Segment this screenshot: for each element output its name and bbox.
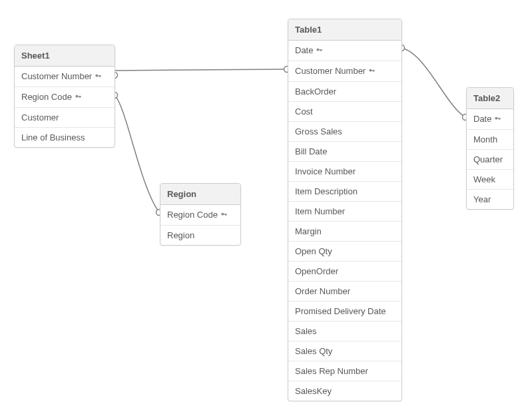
table-field[interactable]: BackOrder [288, 82, 401, 102]
table-field[interactable]: Sales Rep Number [288, 361, 401, 381]
field-label: Week [473, 174, 495, 184]
field-label: Date [295, 45, 313, 55]
table-field[interactable]: Sales Qty [288, 341, 401, 361]
field-label: Open Qty [295, 246, 332, 256]
field-label: Region Code [21, 92, 72, 102]
table-field[interactable]: Margin [288, 222, 401, 242]
field-label: Invoice Number [295, 166, 356, 176]
field-label: Item Description [295, 186, 358, 196]
key-icon [316, 46, 323, 56]
connection-line [401, 48, 465, 117]
table-field[interactable]: Sales [288, 321, 401, 341]
field-label: Line of Business [21, 132, 85, 142]
table-field[interactable]: Region [160, 226, 240, 245]
field-label: Cost [295, 106, 313, 116]
field-label: Promised Delivery Date [295, 306, 386, 316]
field-label: Region Code [167, 210, 218, 220]
table-field[interactable]: Customer Number [288, 61, 401, 82]
table-field[interactable]: Region Code [15, 87, 115, 108]
table-region[interactable]: RegionRegion CodeRegion [160, 183, 241, 246]
field-label: Customer [21, 112, 59, 122]
table-field[interactable]: Month [467, 130, 513, 150]
table-field[interactable]: Date [288, 41, 401, 61]
table-field[interactable]: Cost [288, 102, 401, 122]
table-header[interactable]: Table1 [288, 19, 401, 41]
table-field[interactable]: Customer Number [15, 67, 115, 87]
table-field[interactable]: Order Number [288, 282, 401, 302]
table-field[interactable]: SalesKey [288, 381, 401, 401]
connection-line [115, 95, 159, 212]
table-field[interactable]: Gross Sales [288, 122, 401, 142]
field-label: Order Number [295, 286, 350, 296]
table-field[interactable]: Promised Delivery Date [288, 302, 401, 321]
field-label: OpenOrder [295, 266, 338, 276]
table-header[interactable]: Sheet1 [15, 45, 115, 67]
table-field[interactable]: Line of Business [15, 128, 115, 147]
field-label: Region [167, 230, 194, 240]
table-header[interactable]: Region [160, 184, 240, 205]
table-field[interactable]: Customer [15, 108, 115, 128]
key-icon [368, 67, 376, 77]
table-field[interactable]: OpenOrder [288, 262, 401, 282]
table-field[interactable]: Open Qty [288, 242, 401, 262]
field-label: Gross Sales [295, 126, 342, 136]
key-icon [220, 210, 228, 220]
table-field[interactable]: Invoice Number [288, 162, 401, 182]
table-sheet1[interactable]: Sheet1Customer NumberRegion CodeCustomer… [14, 45, 115, 148]
table-field[interactable]: Bill Date [288, 142, 401, 162]
table-table2[interactable]: Table2DateMonthQuarterWeekYear [466, 87, 514, 210]
field-label: SalesKey [295, 386, 332, 396]
field-label: Sales [295, 326, 317, 336]
table-table1[interactable]: Table1DateCustomer NumberBackOrderCostGr… [288, 19, 402, 401]
table-field[interactable]: Region Code [160, 205, 240, 226]
field-label: Customer Number [295, 66, 366, 76]
field-label: Customer Number [21, 71, 92, 81]
field-label: Year [473, 194, 491, 204]
table-field[interactable]: Item Description [288, 182, 401, 202]
table-field[interactable]: Item Number [288, 202, 401, 222]
table-header[interactable]: Table2 [467, 88, 513, 109]
table-field[interactable]: Year [467, 190, 513, 209]
field-label: Sales Qty [295, 346, 332, 356]
key-icon [75, 93, 82, 103]
field-label: Sales Rep Number [295, 366, 368, 376]
field-label: BackOrder [295, 87, 336, 97]
field-label: Bill Date [295, 146, 327, 156]
table-field[interactable]: Week [467, 170, 513, 190]
field-label: Month [473, 134, 497, 144]
field-label: Date [473, 114, 491, 124]
connection-line [115, 69, 287, 75]
key-icon [95, 72, 102, 82]
table-field[interactable]: Date [467, 109, 513, 130]
table-field[interactable]: Quarter [467, 150, 513, 170]
field-label: Quarter [473, 154, 503, 164]
field-label: Margin [295, 226, 322, 236]
key-icon [494, 114, 501, 124]
field-label: Item Number [295, 206, 345, 216]
